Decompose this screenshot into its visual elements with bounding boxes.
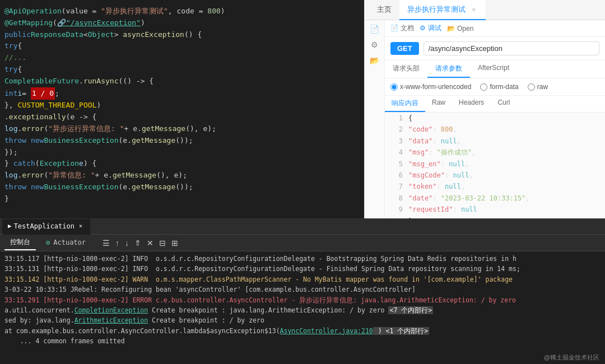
api-main-content: 📄 文档 ⚙ 调试 📂 Open GET 请求头部 请求参数 AfterScri… (385, 20, 605, 218)
url-input[interactable] (424, 41, 599, 55)
tab-curl[interactable]: Curl (491, 96, 516, 112)
radio-formdata-input[interactable] (480, 83, 487, 91)
get-button[interactable]: GET (390, 42, 419, 55)
open-icon[interactable]: 📂 (370, 56, 379, 65)
json-linenum: 7 (389, 181, 403, 192)
log-line: a.util.concurrent.CompletionException Cr… (4, 305, 601, 315)
code-line: }); (0, 147, 364, 158)
json-content: "msg": "操作成功", (408, 147, 476, 158)
code-line: throw new BusinessException(e.getMessage… (0, 181, 364, 193)
log-info-text: ... 4 common frames omitted (4, 337, 125, 345)
actuator-tab-label: Actuator (53, 239, 86, 246)
tab-request-params[interactable]: 请求参数 (427, 60, 470, 78)
doc-icon[interactable]: 📄 (370, 25, 379, 34)
console-tab-label: 控制台 (10, 237, 30, 247)
log-warn-text: 33:15.142 [http-nio-1000-exec-2] WARN o.… (4, 276, 513, 283)
json-linenum: 6 (389, 170, 403, 181)
doc-label: 📄 文档 (390, 24, 414, 33)
log-mid-text: : java.lang.ArithmeticException: / by ze… (218, 306, 389, 314)
code-line: }, CUSTOM_THREAD_POOL) (0, 100, 364, 111)
tab-request-headers[interactable]: 请求头部 (385, 60, 427, 78)
internal-rows-badge: <7 个内部行> (388, 306, 433, 314)
toolbar-btn-3[interactable]: ↓ (123, 237, 131, 249)
log-line: sed by: java.lang.ArithmeticException Cr… (4, 315, 601, 325)
tab-home[interactable]: 主页 (369, 0, 399, 20)
inner-tabs: 请求头部 请求参数 AfterScript (385, 60, 605, 78)
watermark: @稀土掘金技术社区 (544, 353, 599, 362)
tab-console[interactable]: 控制台 (4, 235, 36, 250)
code-line: log.error("异常信息: " + e.getMessage(), e); (0, 170, 364, 181)
radio-urlencoded-input[interactable] (390, 83, 398, 91)
code-line: .exceptionally(e -> { (0, 111, 364, 123)
json-line: 8 "date": "2023-03-22 10:33:15", (385, 193, 605, 204)
json-linenum: 9 (389, 204, 403, 215)
code-editor: @ApiOperation(value = "异步执行异常测试", code =… (0, 0, 364, 218)
async-controller-link[interactable]: AsyncController.java:210 (280, 327, 373, 335)
toolbar-btn-5[interactable]: ✕ (145, 237, 156, 249)
json-line: 1{ (385, 113, 605, 124)
json-linenum: 3 (389, 136, 403, 147)
log-breakpoint[interactable]: Create breakpoint (148, 306, 218, 314)
tab-response-content[interactable]: 响应内容 (385, 96, 425, 112)
toolbar-btn-1[interactable]: ☰ (100, 237, 112, 249)
params-section: x-www-form-urlencoded form-data raw (385, 78, 605, 96)
toolbar-btn-4[interactable]: ⇑ (132, 237, 143, 249)
json-line: 5 "msg_en": null, (385, 158, 605, 170)
api-content-area: 📄 ⚙ 📂 📄 文档 ⚙ 调试 📂 Open GET (365, 20, 605, 218)
tab-async-exception[interactable]: 异步执行异常测试 × (399, 0, 486, 20)
json-line: 4 "msg": "操作成功", (385, 147, 605, 158)
open-label[interactable]: 📂 Open (447, 25, 474, 32)
log-info-text: 3-03-22 10:33:15 JRebel: Reconfiguring b… (4, 286, 416, 293)
tab-actuator[interactable]: ⚙ Actuator (40, 236, 91, 250)
json-line: 3 "data": null, (385, 136, 605, 147)
toolbar-btn-6[interactable]: ⊟ (157, 237, 168, 249)
toolbar-btn-7[interactable]: ⊞ (169, 237, 180, 249)
debug-label[interactable]: ⚙ 调试 (420, 24, 441, 33)
json-content: "msg_en": null, (408, 158, 469, 170)
code-line: @GetMapping(🔗"/asyncException") (0, 17, 364, 29)
json-line: 2 "code": 800, (385, 124, 605, 135)
log-mid2: : / by zero (218, 316, 264, 324)
toolbar-btn-2[interactable]: ↑ (113, 237, 122, 249)
app-tab-close-icon[interactable]: × (77, 222, 85, 230)
log-line: 3-03-22 10:33:15 JRebel: Reconfiguring b… (4, 284, 601, 295)
console-output: 33:15.117 [http-nio-1000-exec-2] INFO o.… (0, 251, 605, 364)
arithmetic-exception-link[interactable]: ArithmeticException (75, 316, 148, 324)
log-text3: at com.example.bus.controller.AsyncContr… (4, 327, 280, 335)
tab-raw[interactable]: Raw (425, 96, 452, 112)
app-tab-testapp[interactable]: ▶ TestApplication × (2, 219, 90, 235)
json-content: "data": null, (408, 136, 461, 147)
radio-formdata[interactable]: form-data (480, 83, 518, 91)
log-text: a.util.concurrent. (4, 306, 75, 314)
completion-exception-link[interactable]: CompletionException (75, 306, 148, 314)
app-tab-label: TestApplication (14, 222, 75, 230)
json-content: "code": 800, (408, 124, 457, 135)
json-line: 6 "msgCode": null, (385, 170, 605, 181)
app-icon: ▶ (8, 222, 12, 230)
code-line: log.error("异步运行异常信息: " + e.getMessage(),… (0, 123, 364, 135)
tab-headers[interactable]: Headers (452, 96, 491, 112)
tab-afterscript[interactable]: AfterScript (470, 60, 517, 78)
bottom-section: ▶ TestApplication × 控制台 ⚙ Actuator ☰ ↑ ↓… (0, 218, 605, 364)
log-line: at com.example.bus.controller.AsyncContr… (4, 326, 601, 336)
code-line: try { (0, 64, 364, 76)
json-line: 7 "token": null, (385, 181, 605, 192)
radio-urlencoded[interactable]: x-www-form-urlencoded (390, 83, 471, 91)
json-content: { (408, 113, 412, 124)
log-line: 33:15.291 [http-nio-1000-exec-2] ERROR c… (4, 295, 601, 305)
log-text2: sed by: java.lang. (4, 316, 75, 324)
json-content: "msgCode": null, (408, 170, 473, 181)
json-content: "requestId": null (408, 204, 477, 215)
radio-raw[interactable]: raw (528, 83, 548, 91)
code-line: public ResponseData<Object> asyncExcepti… (0, 29, 364, 41)
log-breakpoint2[interactable]: Create breakpoint (148, 316, 218, 324)
log-line: 33:15.142 [http-nio-1000-exec-2] WARN o.… (4, 274, 601, 284)
code-line: } catch (Exception e) { (0, 158, 364, 170)
log-line: ... 4 common frames omitted (4, 336, 601, 346)
tab-close-icon[interactable]: × (470, 6, 478, 14)
log-line: 33:15.117 [http-nio-1000-exec-2] INFO o.… (4, 254, 601, 264)
top-section: @ApiOperation(value = "异步执行异常测试", code =… (0, 0, 605, 218)
json-line: 9 "requestId": null (385, 204, 605, 215)
radio-raw-input[interactable] (528, 83, 535, 91)
settings-icon[interactable]: ⚙ (371, 40, 378, 49)
